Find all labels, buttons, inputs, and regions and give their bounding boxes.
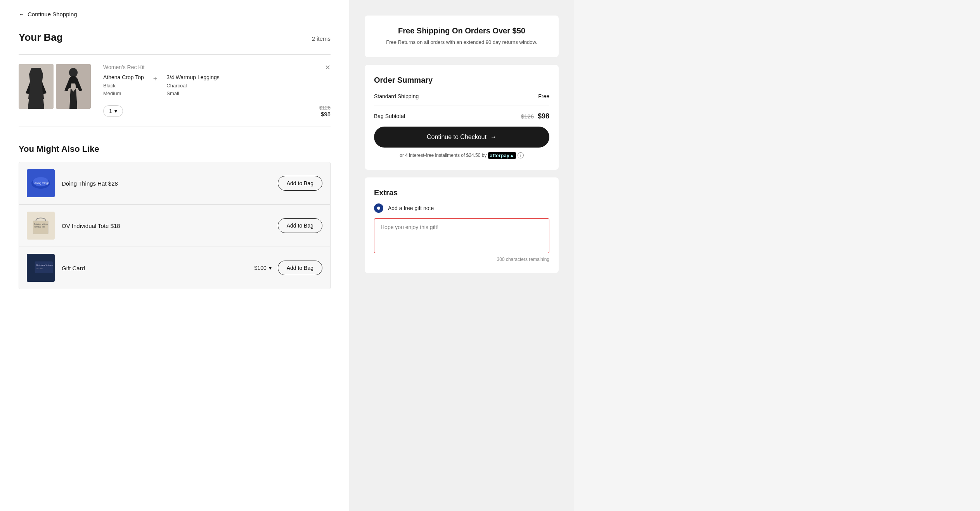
bag-item: ✕ [19, 54, 331, 127]
list-item: Outdoor Voices Individual Tote OV Indivi… [19, 205, 330, 247]
shipping-label: Standard Shipping [374, 93, 419, 99]
order-summary-card: Order Summary Standard Shipping Free Bag… [365, 65, 559, 170]
add-to-bag-giftcard-button[interactable]: Add to Bag [278, 261, 322, 275]
bag-title: Your Bag [19, 31, 63, 43]
ymyl-item-left-giftcard: Outdoor Voices Gift Card Gift Card [27, 254, 85, 282]
afterpay-logo: afterpay▲ [488, 152, 516, 159]
subtotal-row: Bag Subtotal $126 $98 [374, 112, 549, 120]
hat-thumbnail: doing things [27, 169, 55, 197]
shipping-banner-subtext: Free Returns on all orders with an exten… [374, 38, 549, 46]
product-2-name: 3/4 Warmup Leggings [166, 74, 219, 80]
svg-text:doing things: doing things [35, 182, 49, 185]
checkout-label: Continue to Checkout [427, 134, 487, 141]
ymyl-title: You Might Also Like [19, 144, 331, 154]
plus-separator: + [153, 74, 158, 83]
quantity-chevron-icon: ▾ [114, 108, 117, 114]
afterpay-info-icon[interactable]: i [518, 152, 524, 158]
afterpay-row: or 4 interest-free installments of $24.5… [374, 152, 549, 159]
gift-note-textarea[interactable] [374, 218, 549, 253]
subtotal-sale-price: $98 [538, 112, 549, 120]
ymyl-item-name-tote: OV Individual Tote $18 [62, 222, 120, 229]
svg-text:Outdoor Voices: Outdoor Voices [36, 264, 53, 266]
product-2-info: 3/4 Warmup Leggings Charcoal Small [166, 74, 219, 97]
giftcard-thumbnail: Outdoor Voices Gift Card [27, 254, 55, 282]
svg-point-1 [31, 70, 41, 80]
summary-divider [374, 106, 549, 106]
svg-rect-0 [19, 64, 54, 109]
product-1-size: Medium [103, 90, 144, 97]
subtotal-original-price: $126 [521, 113, 534, 120]
shipping-row: Standard Shipping Free [374, 93, 549, 99]
subtotal-label: Bag Subtotal [374, 113, 405, 119]
list-item: doing things Doing Things Hat $28 Add to… [19, 162, 330, 205]
product-2-size: Small [166, 90, 219, 97]
add-to-bag-hat-button[interactable]: Add to Bag [278, 176, 322, 191]
ymyl-item-right-tote: Add to Bag [278, 218, 322, 233]
product-1-color: Black [103, 82, 144, 90]
ymyl-item-name-hat: Doing Things Hat $28 [62, 180, 118, 187]
svg-text:Outdoor Voices: Outdoor Voices [34, 223, 48, 225]
svg-text:Gift Card: Gift Card [36, 268, 43, 269]
bag-header: Your Bag 2 items [19, 31, 331, 43]
order-summary-title: Order Summary [374, 76, 549, 85]
svg-rect-14 [35, 261, 53, 273]
ymyl-section: You Might Also Like doing things [19, 144, 331, 289]
add-to-bag-tote-button[interactable]: Add to Bag [278, 218, 322, 233]
item-original-price: $126 [319, 105, 331, 111]
continue-shopping-link[interactable]: ← Continue Shopping [19, 11, 331, 17]
product-image-2 [56, 64, 91, 109]
shipping-banner: Free Shipping On Orders Over $50 Free Re… [365, 16, 559, 57]
shipping-banner-headline: Free Shipping On Orders Over $50 [374, 26, 549, 35]
tote-thumbnail: Outdoor Voices Individual Tote [27, 212, 55, 240]
bag-item-details: Women's Rec Kit Athena Crop Top Black Me… [99, 64, 331, 117]
shipping-value: Free [538, 93, 549, 99]
quantity-value: 1 [109, 108, 112, 114]
kit-name: Women's Rec Kit [103, 64, 331, 70]
arrow-right-icon: → [490, 134, 497, 141]
subtotal-value: $126 $98 [521, 112, 549, 120]
product-2-color: Charcoal [166, 82, 219, 90]
chars-remaining: 300 characters remaining [374, 257, 549, 262]
svg-text:Individual Tote: Individual Tote [34, 226, 45, 228]
checkout-button[interactable]: Continue to Checkout → [374, 127, 549, 148]
arrow-left-icon: ← [19, 11, 24, 17]
svg-rect-17 [35, 275, 53, 278]
extras-card: Extras Add a free gift note 300 characte… [365, 177, 559, 273]
ymyl-item-left: doing things Doing Things Hat $28 [27, 169, 118, 197]
gift-note-radio[interactable] [374, 203, 383, 213]
product-image-1 [19, 64, 54, 109]
item-price-group: $126 $98 [319, 105, 331, 117]
gift-note-label: Add a free gift note [388, 205, 434, 211]
gift-price-chevron-icon: ▾ [269, 265, 272, 271]
remove-item-button[interactable]: ✕ [325, 64, 331, 71]
item-sale-price: $98 [319, 111, 331, 117]
gift-price-selector[interactable]: $100 ▾ [255, 265, 272, 271]
svg-point-3 [69, 68, 78, 77]
ymyl-item-right-hat: Add to Bag [278, 176, 322, 191]
extras-title: Extras [374, 188, 549, 197]
ymyl-item-left-tote: Outdoor Voices Individual Tote OV Indivi… [27, 212, 120, 240]
afterpay-prefix: or 4 interest-free installments of $24.5… [400, 153, 487, 158]
list-item: Outdoor Voices Gift Card Gift Card $100 … [19, 247, 330, 289]
product-1-name: Athena Crop Top [103, 74, 144, 80]
ymyl-list: doing things Doing Things Hat $28 Add to… [19, 162, 331, 289]
gift-card-price: $100 [255, 265, 267, 271]
bag-item-count: 2 items [312, 35, 331, 42]
continue-shopping-label: Continue Shopping [28, 11, 77, 17]
ymyl-item-name-giftcard: Gift Card [62, 265, 85, 271]
gift-note-row: Add a free gift note [374, 203, 549, 213]
quantity-selector[interactable]: 1 ▾ [103, 105, 123, 117]
product-1-info: Athena Crop Top Black Medium [103, 74, 144, 97]
ymyl-item-right-giftcard: $100 ▾ Add to Bag [255, 261, 322, 275]
bag-item-images [19, 64, 91, 109]
